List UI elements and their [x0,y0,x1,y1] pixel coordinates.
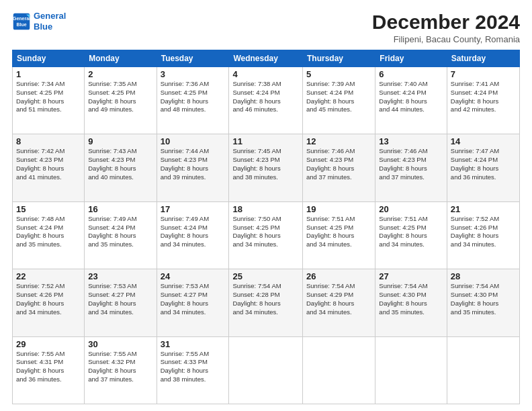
subtitle: Filipeni, Bacau County, Romania [372,34,520,44]
logo: General Blue General Blue [12,11,66,32]
day-info: Sunrise: 7:47 AM Sunset: 4:24 PM Dayligh… [451,147,516,181]
day-number: 7 [451,69,516,79]
calendar-cell: 15 Sunrise: 7:48 AM Sunset: 4:24 PM Dayl… [13,201,85,269]
title-block: December 2024 Filipeni, Bacau County, Ro… [372,11,520,44]
svg-text:Blue: Blue [16,22,26,27]
day-info: Sunrise: 7:45 AM Sunset: 4:23 PM Dayligh… [232,147,299,181]
day-info: Sunrise: 7:51 AM Sunset: 4:25 PM Dayligh… [379,215,443,249]
day-info: Sunrise: 7:55 AM Sunset: 4:31 PM Dayligh… [16,350,81,384]
header-wednesday: Wednesday [229,50,303,67]
calendar-cell: 1 Sunrise: 7:34 AM Sunset: 4:25 PM Dayli… [13,67,85,134]
day-info: Sunrise: 7:46 AM Sunset: 4:23 PM Dayligh… [306,147,371,181]
calendar-cell [303,336,375,404]
calendar-cell: 21 Sunrise: 7:52 AM Sunset: 4:26 PM Dayl… [447,201,519,269]
calendar-cell: 9 Sunrise: 7:43 AM Sunset: 4:23 PM Dayli… [85,134,157,201]
calendar-cell [229,336,303,404]
day-number: 27 [379,271,443,281]
logo-text: General Blue [34,11,66,32]
day-number: 26 [306,271,371,281]
day-number: 2 [88,69,152,79]
day-number: 1 [16,69,81,79]
calendar-cell: 29 Sunrise: 7:55 AM Sunset: 4:31 PM Dayl… [13,336,85,404]
calendar-week-row: 8 Sunrise: 7:42 AM Sunset: 4:23 PM Dayli… [13,134,520,201]
day-number: 3 [161,69,226,79]
day-info: Sunrise: 7:52 AM Sunset: 4:26 PM Dayligh… [16,282,81,316]
calendar-cell: 31 Sunrise: 7:55 AM Sunset: 4:33 PM Dayl… [157,336,229,404]
calendar-cell: 27 Sunrise: 7:54 AM Sunset: 4:30 PM Dayl… [375,269,447,336]
day-info: Sunrise: 7:38 AM Sunset: 4:24 PM Dayligh… [232,80,299,114]
header-tuesday: Tuesday [157,50,229,67]
calendar-week-row: 15 Sunrise: 7:48 AM Sunset: 4:24 PM Dayl… [13,201,520,269]
day-number: 5 [306,69,371,79]
day-number: 17 [161,204,226,214]
day-number: 20 [379,204,443,214]
day-info: Sunrise: 7:54 AM Sunset: 4:29 PM Dayligh… [306,282,371,316]
header-monday: Monday [85,50,157,67]
day-number: 22 [16,271,81,281]
header-sunday: Sunday [13,50,85,67]
calendar-cell: 13 Sunrise: 7:46 AM Sunset: 4:23 PM Dayl… [375,134,447,201]
calendar-cell: 23 Sunrise: 7:53 AM Sunset: 4:27 PM Dayl… [85,269,157,336]
day-info: Sunrise: 7:44 AM Sunset: 4:23 PM Dayligh… [161,147,226,181]
day-info: Sunrise: 7:51 AM Sunset: 4:25 PM Dayligh… [306,215,371,249]
calendar-week-row: 22 Sunrise: 7:52 AM Sunset: 4:26 PM Dayl… [13,269,520,336]
day-number: 31 [161,339,226,349]
day-info: Sunrise: 7:41 AM Sunset: 4:24 PM Dayligh… [451,80,516,114]
calendar-cell: 12 Sunrise: 7:46 AM Sunset: 4:23 PM Dayl… [303,134,375,201]
day-number: 9 [88,136,152,146]
day-number: 14 [451,136,516,146]
calendar-cell: 10 Sunrise: 7:44 AM Sunset: 4:23 PM Dayl… [157,134,229,201]
calendar-week-row: 1 Sunrise: 7:34 AM Sunset: 4:25 PM Dayli… [13,67,520,134]
header-thursday: Thursday [303,50,375,67]
day-number: 18 [232,204,299,214]
day-number: 8 [16,136,81,146]
calendar-cell: 6 Sunrise: 7:40 AM Sunset: 4:24 PM Dayli… [375,67,447,134]
day-info: Sunrise: 7:39 AM Sunset: 4:24 PM Dayligh… [306,80,371,114]
day-number: 4 [232,69,299,79]
page: General Blue General Blue December 2024 … [0,0,532,411]
calendar-cell: 7 Sunrise: 7:41 AM Sunset: 4:24 PM Dayli… [447,67,519,134]
day-number: 13 [379,136,443,146]
logo-icon: General Blue [12,12,31,31]
calendar-cell: 19 Sunrise: 7:51 AM Sunset: 4:25 PM Dayl… [303,201,375,269]
calendar-header-row: Sunday Monday Tuesday Wednesday Thursday… [13,50,520,67]
day-info: Sunrise: 7:55 AM Sunset: 4:32 PM Dayligh… [88,350,152,384]
day-info: Sunrise: 7:46 AM Sunset: 4:23 PM Dayligh… [379,147,443,181]
calendar-cell [447,336,519,404]
day-number: 25 [232,271,299,281]
svg-text:General: General [13,16,30,21]
day-info: Sunrise: 7:53 AM Sunset: 4:27 PM Dayligh… [88,282,152,316]
calendar-cell: 28 Sunrise: 7:54 AM Sunset: 4:30 PM Dayl… [447,269,519,336]
calendar-cell: 26 Sunrise: 7:54 AM Sunset: 4:29 PM Dayl… [303,269,375,336]
calendar-cell: 25 Sunrise: 7:54 AM Sunset: 4:28 PM Dayl… [229,269,303,336]
calendar-cell: 3 Sunrise: 7:36 AM Sunset: 4:25 PM Dayli… [157,67,229,134]
day-number: 23 [88,271,152,281]
calendar-cell: 11 Sunrise: 7:45 AM Sunset: 4:23 PM Dayl… [229,134,303,201]
day-info: Sunrise: 7:34 AM Sunset: 4:25 PM Dayligh… [16,80,81,114]
calendar-cell: 24 Sunrise: 7:53 AM Sunset: 4:27 PM Dayl… [157,269,229,336]
day-number: 10 [161,136,226,146]
day-info: Sunrise: 7:42 AM Sunset: 4:23 PM Dayligh… [16,147,81,181]
day-number: 11 [232,136,299,146]
day-info: Sunrise: 7:50 AM Sunset: 4:25 PM Dayligh… [232,215,299,249]
day-info: Sunrise: 7:35 AM Sunset: 4:25 PM Dayligh… [88,80,152,114]
calendar-cell: 16 Sunrise: 7:49 AM Sunset: 4:24 PM Dayl… [85,201,157,269]
calendar-cell: 30 Sunrise: 7:55 AM Sunset: 4:32 PM Dayl… [85,336,157,404]
day-info: Sunrise: 7:54 AM Sunset: 4:28 PM Dayligh… [232,282,299,316]
day-number: 28 [451,271,516,281]
calendar-cell: 18 Sunrise: 7:50 AM Sunset: 4:25 PM Dayl… [229,201,303,269]
day-number: 12 [306,136,371,146]
day-number: 24 [161,271,226,281]
day-number: 29 [16,339,81,349]
calendar-cell: 14 Sunrise: 7:47 AM Sunset: 4:24 PM Dayl… [447,134,519,201]
day-number: 30 [88,339,152,349]
day-info: Sunrise: 7:49 AM Sunset: 4:24 PM Dayligh… [88,215,152,249]
day-info: Sunrise: 7:53 AM Sunset: 4:27 PM Dayligh… [161,282,226,316]
day-number: 15 [16,204,81,214]
calendar-cell: 8 Sunrise: 7:42 AM Sunset: 4:23 PM Dayli… [13,134,85,201]
day-number: 6 [379,69,443,79]
header-saturday: Saturday [447,50,519,67]
day-info: Sunrise: 7:43 AM Sunset: 4:23 PM Dayligh… [88,147,152,181]
day-number: 21 [451,204,516,214]
calendar-cell: 5 Sunrise: 7:39 AM Sunset: 4:24 PM Dayli… [303,67,375,134]
